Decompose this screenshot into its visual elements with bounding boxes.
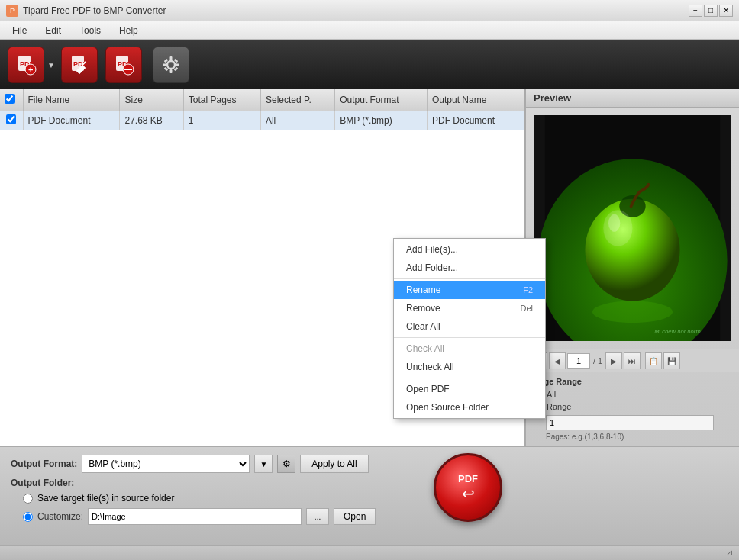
menu-bar: File Edit Tools Help bbox=[0, 21, 739, 40]
svg-point-25 bbox=[608, 214, 620, 232]
row-size: 27.68 KB bbox=[120, 111, 183, 130]
resize-handle: ⊿ bbox=[726, 548, 733, 558]
add-pdf-button[interactable]: PDF + ▼ bbox=[8, 47, 44, 83]
content-area: File Name Size Total Pages Selected P. O… bbox=[0, 89, 739, 446]
ctx-divider-3 bbox=[394, 378, 545, 378]
convert-button[interactable]: PDF ↩ bbox=[434, 453, 502, 522]
window-controls: − □ ✕ bbox=[689, 5, 733, 17]
save-preview-button[interactable]: 💾 bbox=[663, 352, 680, 369]
row-selected-pages: All bbox=[260, 111, 334, 130]
all-pages-label: All bbox=[547, 390, 556, 399]
toolbar: PDF + ▼ PDF PDF bbox=[0, 40, 739, 89]
page-number-input[interactable] bbox=[567, 353, 590, 369]
header-output-format: Output Format bbox=[335, 89, 428, 111]
add-dropdown-arrow: ▼ bbox=[47, 60, 55, 69]
svg-text:Mi chew hor north...: Mi chew hor north... bbox=[654, 328, 705, 335]
page-separator: / 1 bbox=[592, 356, 604, 365]
menu-help[interactable]: Help bbox=[110, 24, 147, 37]
svg-point-11 bbox=[167, 61, 175, 69]
output-format-row: Output Format: BMP (*.bmp) ▼ ⚙ Apply to … bbox=[11, 455, 728, 473]
ctx-clear-all-label: Clear All bbox=[406, 321, 440, 332]
customize-radio[interactable] bbox=[23, 512, 33, 522]
ctx-rename[interactable]: Rename F2 bbox=[394, 281, 545, 299]
format-settings-button[interactable]: ⚙ bbox=[277, 455, 295, 473]
ctx-remove-label: Remove bbox=[406, 303, 440, 314]
preview-panel: Preview bbox=[525, 89, 739, 446]
ctx-add-folder[interactable]: Add Folder... bbox=[394, 259, 545, 277]
remove-pdf-icon: PDF bbox=[105, 47, 142, 83]
all-pages-row: All bbox=[534, 389, 731, 399]
minimize-button[interactable]: − bbox=[689, 5, 702, 17]
format-dropdown-button[interactable]: ▼ bbox=[254, 455, 273, 473]
save-source-row: Save target file(s) in source folder bbox=[23, 493, 728, 504]
svg-rect-14 bbox=[163, 63, 166, 66]
title-bar: P Tipard Free PDF to BMP Converter − □ ✕ bbox=[0, 0, 739, 21]
svg-rect-12 bbox=[170, 56, 173, 60]
header-total-pages: Total Pages bbox=[183, 89, 260, 111]
copy-button[interactable]: 📋 bbox=[645, 352, 662, 369]
close-button[interactable]: ✕ bbox=[719, 5, 733, 17]
header-output-name: Output Name bbox=[427, 89, 524, 111]
open-folder-button[interactable]: Open bbox=[334, 508, 376, 525]
range-pages-row: Range bbox=[534, 401, 731, 411]
ctx-open-source-label: Open Source Folder bbox=[406, 402, 489, 413]
customize-label: Customize: bbox=[37, 511, 83, 522]
header-filename: File Name bbox=[23, 89, 120, 111]
format-select[interactable]: BMP (*.bmp) bbox=[82, 455, 250, 473]
apply-to-all-button[interactable]: Apply to All bbox=[300, 455, 368, 473]
maximize-button[interactable]: □ bbox=[704, 5, 718, 17]
ctx-rename-shortcut: F2 bbox=[523, 285, 533, 294]
prev-page-button[interactable]: ◀ bbox=[549, 352, 566, 369]
ctx-clear-all[interactable]: Clear All bbox=[394, 317, 545, 336]
ctx-check-all-label: Check All bbox=[406, 343, 444, 354]
file-table: File Name Size Total Pages Selected P. O… bbox=[0, 89, 524, 130]
ctx-add-files[interactable]: Add File(s)... bbox=[394, 240, 545, 259]
header-selected-pages: Selected P. bbox=[260, 89, 334, 111]
ctx-uncheck-all[interactable]: Uncheck All bbox=[394, 358, 545, 376]
convert-button-label: PDF bbox=[458, 473, 478, 484]
page-range-title: Page Range bbox=[534, 377, 731, 386]
main-wrapper: File Name Size Total Pages Selected P. O… bbox=[0, 89, 739, 560]
ctx-add-files-label: Add File(s)... bbox=[406, 244, 458, 255]
ctx-open-source[interactable]: Open Source Folder bbox=[394, 398, 545, 417]
preview-header: Preview bbox=[526, 89, 739, 108]
edit-pdf-button[interactable]: PDF bbox=[61, 47, 98, 83]
ctx-remove[interactable]: Remove Del bbox=[394, 299, 545, 317]
range-input[interactable] bbox=[546, 415, 714, 430]
menu-edit[interactable]: Edit bbox=[36, 24, 70, 37]
folder-path-input[interactable] bbox=[88, 508, 302, 525]
preview-controls: ⏮ ◀ / 1 ▶ ⏭ 📋 💾 bbox=[526, 349, 739, 372]
edit-pdf-svg: PDF bbox=[69, 54, 90, 76]
save-source-radio[interactable] bbox=[23, 494, 33, 504]
row-checkbox[interactable] bbox=[6, 114, 16, 124]
context-menu: Add File(s)... Add Folder... Rename F2 R… bbox=[393, 238, 546, 419]
edit-pdf-icon: PDF bbox=[61, 47, 98, 83]
browse-button[interactable]: ... bbox=[306, 508, 329, 525]
add-pdf-icon: PDF + bbox=[8, 47, 44, 83]
page-hint: Pages: e.g.(1,3,6,8-10) bbox=[546, 433, 731, 441]
row-output-format: BMP (*.bmp) bbox=[335, 111, 428, 130]
row-total-pages: 1 bbox=[183, 111, 260, 130]
status-bar: ⊿ bbox=[0, 545, 739, 560]
page-range-section: Page Range All Range Pages: e.g.(1,3,6,8… bbox=[526, 372, 739, 446]
row-filename: PDF Document bbox=[23, 111, 120, 130]
preview-image-svg: Mi chew hor north... bbox=[534, 115, 731, 341]
remove-pdf-button[interactable]: PDF bbox=[105, 47, 142, 83]
settings-icon bbox=[153, 47, 189, 83]
next-page-button[interactable]: ▶ bbox=[605, 352, 622, 369]
svg-point-26 bbox=[592, 301, 673, 323]
last-page-button[interactable]: ⏭ bbox=[624, 352, 641, 369]
menu-file[interactable]: File bbox=[3, 24, 36, 37]
menu-tools[interactable]: Tools bbox=[70, 24, 110, 37]
settings-button[interactable] bbox=[153, 47, 189, 83]
range-pages-label: Range bbox=[547, 402, 571, 411]
ctx-uncheck-all-label: Uncheck All bbox=[406, 362, 454, 372]
ctx-divider-2 bbox=[394, 337, 545, 338]
convert-button-area: PDF ↩ bbox=[434, 453, 502, 522]
header-size: Size bbox=[120, 89, 183, 111]
table-row[interactable]: PDF Document 27.68 KB 1 All BMP (*.bmp) … bbox=[0, 111, 524, 130]
ctx-open-pdf[interactable]: Open PDF bbox=[394, 380, 545, 398]
select-all-checkbox[interactable] bbox=[5, 94, 15, 104]
convert-arrow-icon: ↩ bbox=[462, 484, 475, 503]
remove-pdf-svg: PDF bbox=[113, 54, 134, 76]
